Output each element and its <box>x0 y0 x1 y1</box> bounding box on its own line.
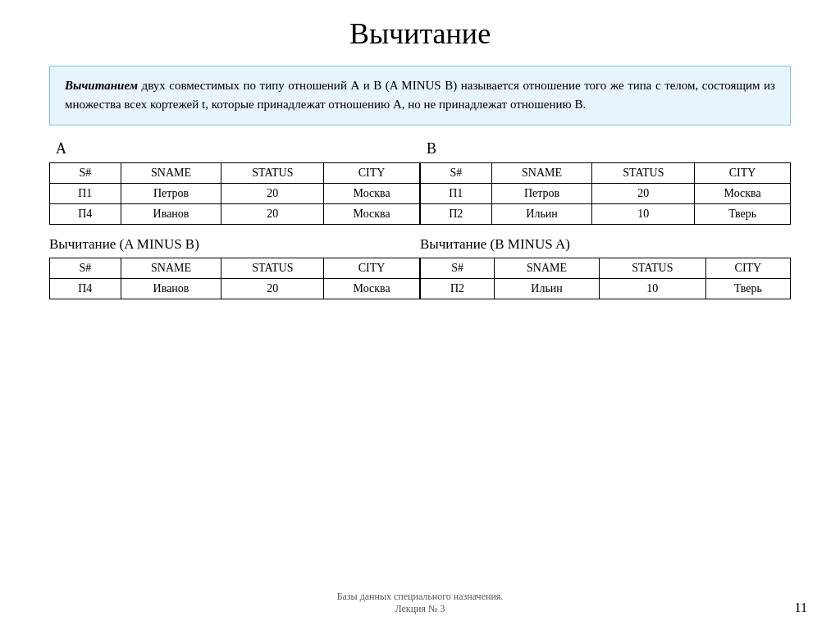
table-b-label: В <box>420 140 791 158</box>
result-b-minus-a-table: S# SNAME STATUS CITY П2Ильин10Тверь <box>420 258 791 299</box>
result-a-minus-b-label: Вычитание (A MINUS B) <box>49 236 420 253</box>
ramb-col-sname: SNAME <box>121 258 221 278</box>
ramb-col-s: S# <box>50 258 121 278</box>
table-b-col-s: S# <box>421 162 492 183</box>
rbma-col-s: S# <box>421 258 495 278</box>
table-b-col-status: STATUS <box>592 162 695 183</box>
footer-line2: Лекция № 3 <box>395 603 445 614</box>
table-a-col-sname: SNAME <box>121 162 221 183</box>
result-b-minus-a-label: Вычитание (B MINUS A) <box>420 236 791 253</box>
footer-text: Базы данных специального назначения. Лек… <box>337 591 504 615</box>
result-a-minus-b-table: S# SNAME STATUS CITY П4Иванов20Москва <box>49 258 420 299</box>
table-row: П2Ильин10Тверь <box>421 203 791 224</box>
result-a-minus-b-block: Вычитание (A MINUS B) S# SNAME STATUS CI… <box>49 236 420 299</box>
footer-line1: Базы данных специального назначения. <box>337 591 504 602</box>
ramb-col-city: CITY <box>324 258 420 278</box>
definition-rest: двух совместимых по типу отношений А и В… <box>65 79 775 111</box>
rbma-col-sname: SNAME <box>495 258 600 278</box>
result-b-minus-a-header: S# SNAME STATUS CITY <box>421 258 791 278</box>
table-a: S# SNAME STATUS CITY П1Петров20МоскваП4И… <box>49 162 420 225</box>
page-title: Вычитание <box>49 16 791 51</box>
result-b-minus-a-block: Вычитание (B MINUS A) S# SNAME STATUS CI… <box>420 236 791 299</box>
table-row: П1Петров20Москва <box>421 183 791 203</box>
table-row: П1Петров20Москва <box>50 183 420 203</box>
tables-section: А S# SNAME STATUS CITY П1Петров20МоскваП… <box>49 140 791 225</box>
table-b: S# SNAME STATUS CITY П1Петров20МоскваП2И… <box>420 162 791 225</box>
table-a-col-s: S# <box>50 162 121 183</box>
table-b-header-row: S# SNAME STATUS CITY <box>421 162 791 183</box>
table-a-col-status: STATUS <box>221 162 324 183</box>
result-section: Вычитание (A MINUS B) S# SNAME STATUS CI… <box>49 236 791 299</box>
table-row: П2Ильин10Тверь <box>421 278 791 299</box>
definition-box: Вычитанием двух совместимых по типу отно… <box>49 66 791 126</box>
definition-bold: Вычитанием <box>65 79 138 92</box>
rbma-col-city: CITY <box>705 258 790 278</box>
footer: Базы данных специального назначения. Лек… <box>0 591 840 615</box>
table-b-col-city: CITY <box>695 162 791 183</box>
table-b-col-sname: SNAME <box>491 162 592 183</box>
page: Вычитание Вычитанием двух совместимых по… <box>0 0 840 630</box>
rbma-col-status: STATUS <box>599 258 705 278</box>
table-a-block: А S# SNAME STATUS CITY П1Петров20МоскваП… <box>49 140 420 225</box>
result-a-minus-b-header: S# SNAME STATUS CITY <box>50 258 420 278</box>
table-a-header-row: S# SNAME STATUS CITY <box>50 162 420 183</box>
table-b-block: В S# SNAME STATUS CITY П1Петров20МоскваП… <box>420 140 791 225</box>
ramb-col-status: STATUS <box>221 258 324 278</box>
table-row: П4Иванов20Москва <box>50 278 420 299</box>
table-a-label: А <box>49 140 420 158</box>
page-number: 11 <box>795 600 807 615</box>
table-a-col-city: CITY <box>324 162 420 183</box>
table-row: П4Иванов20Москва <box>50 203 420 224</box>
